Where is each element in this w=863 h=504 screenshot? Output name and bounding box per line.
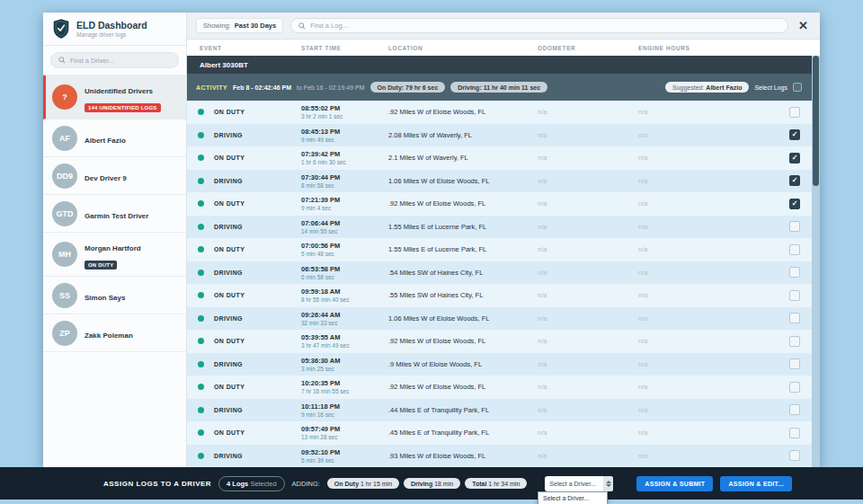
log-location: .92 Miles W of Eloise Woods, FL xyxy=(388,199,538,208)
timeline-cell xyxy=(187,338,214,344)
driver-name: Dev Driver 9 xyxy=(85,174,127,182)
log-checkbox[interactable] xyxy=(789,382,800,393)
driver-select[interactable]: Select a Driver... xyxy=(545,476,613,491)
search-icon xyxy=(298,22,306,30)
log-start-time: 09:26:44 AM 32 min 33 sec xyxy=(301,311,388,326)
assign-edit-button[interactable]: ASSIGN & EDIT... xyxy=(720,476,792,491)
log-odometer: n/a xyxy=(538,223,638,231)
scrollbar-thumb[interactable] xyxy=(813,56,819,186)
log-search-box[interactable] xyxy=(290,18,788,33)
assign-footer-title: ASSIGN LOGS TO A DRIVER xyxy=(103,480,211,488)
suggested-driver-pill[interactable]: Suggested: Albert Fazio xyxy=(665,82,749,93)
driver-list-item[interactable]: ZP Zakk Poleman xyxy=(43,314,186,352)
log-start-time: 08:45:13 PM 9 min 49 sec xyxy=(301,128,388,143)
log-checkbox[interactable] xyxy=(789,107,800,118)
driver-avatar: GTD xyxy=(52,201,77,226)
driver-list-item[interactable]: DD9 Dev Driver 9 xyxy=(43,157,186,195)
log-start-time: 07:21:39 PM 9 min 4 sec xyxy=(301,196,388,211)
timeline-dot-icon xyxy=(198,453,204,459)
log-engine-hours: n/a xyxy=(638,429,789,437)
activity-summary-bar: ACTIVITY Feb 8 - 02:42:46 PM to Feb 16 -… xyxy=(187,74,820,101)
log-odometer: n/a xyxy=(538,291,638,299)
timeline-dot-icon xyxy=(198,109,204,115)
log-panel: Showing: Past 30 Days ✕ EVENT START TIME… xyxy=(187,13,820,467)
log-checkbox[interactable] xyxy=(789,153,800,164)
driver-list-item[interactable]: GTD Garmin Test Driver xyxy=(43,195,186,233)
driver-text: Simon Says xyxy=(85,287,125,304)
log-checkbox[interactable] xyxy=(789,199,800,209)
date-range-dropdown[interactable]: Showing: Past 30 Days xyxy=(196,18,283,33)
log-search-input[interactable] xyxy=(310,22,780,30)
driver-list-item[interactable]: MH Morgan Hartford ON DUTY xyxy=(43,233,186,277)
driver-name: Simon Says xyxy=(85,294,125,302)
driver-select-open-option[interactable]: Select a Driver... xyxy=(538,491,608,504)
timeline-cell xyxy=(187,429,214,436)
on-duty-total-pill: On Duty: 79 hr 6 sec xyxy=(370,82,446,93)
log-event: ON DUTY xyxy=(214,384,301,390)
close-icon[interactable]: ✕ xyxy=(796,20,811,31)
log-odometer: n/a xyxy=(538,154,638,162)
log-event: DRIVING xyxy=(214,270,301,276)
showing-value: Past 30 Days xyxy=(235,22,276,30)
driver-search-box[interactable] xyxy=(50,52,179,68)
log-event: DRIVING xyxy=(214,361,301,367)
driver-text: Unidentified Drivers 144 UNIDENTIFIED LO… xyxy=(85,81,161,113)
log-checkbox[interactable] xyxy=(789,267,800,278)
log-event: ON DUTY xyxy=(214,338,301,344)
driver-avatar: AF xyxy=(52,126,77,151)
driver-search-input[interactable] xyxy=(70,57,171,65)
log-time: 06:53:58 PM xyxy=(301,265,388,273)
driver-status-badge: ON DUTY xyxy=(85,261,117,270)
driver-text: Albert Fazio xyxy=(85,130,126,146)
log-event: ON DUTY xyxy=(214,200,301,207)
shield-logo-icon xyxy=(52,18,70,40)
assign-submit-button[interactable]: ASSIGN & SUBMIT xyxy=(636,476,713,491)
driver-avatar: DD9 xyxy=(52,164,77,189)
on-duty-label: On Duty: xyxy=(378,84,405,91)
log-odometer: n/a xyxy=(538,131,638,139)
log-checkbox[interactable] xyxy=(789,428,800,438)
log-start-time: 07:06:44 PM 14 min 55 sec xyxy=(301,219,388,234)
log-checkbox[interactable] xyxy=(789,244,800,255)
timeline-dot-icon xyxy=(198,178,204,184)
log-start-time: 09:57:49 PM 13 min 28 sec xyxy=(301,425,388,440)
timeline-cell xyxy=(187,292,214,298)
timeline-dot-icon xyxy=(198,429,204,436)
log-checkbox[interactable] xyxy=(789,336,800,347)
log-checkbox[interactable] xyxy=(789,129,800,140)
log-start-time: 05:36:30 AM 3 min 25 sec xyxy=(301,357,388,372)
timeline-cell xyxy=(187,315,214,322)
log-checkbox[interactable] xyxy=(789,313,800,323)
suggested-driver-name: Albert Fazio xyxy=(706,84,742,91)
column-start-time: START TIME xyxy=(301,45,388,51)
log-checkbox[interactable] xyxy=(789,175,800,186)
log-engine-hours: n/a xyxy=(638,223,789,231)
suggested-label: Suggested: xyxy=(672,84,704,91)
select-all-logs-checkbox[interactable] xyxy=(793,83,802,92)
log-checkbox[interactable] xyxy=(789,221,800,232)
driver-list-item[interactable]: SS Simon Says xyxy=(43,277,186,314)
assign-footer-bar: ASSIGN LOGS TO A DRIVER 4 Logs Selected … xyxy=(0,467,863,500)
log-engine-hours: n/a xyxy=(638,291,789,299)
log-odometer: n/a xyxy=(538,406,638,414)
driver-list-item[interactable]: ? Unidentified Drivers 144 UNIDENTIFIED … xyxy=(43,75,186,119)
log-odometer: n/a xyxy=(538,199,638,208)
driver-name: Garmin Test Driver xyxy=(85,212,148,220)
log-checkbox[interactable] xyxy=(789,404,800,415)
log-duration: 1 hr 6 min 30 sec xyxy=(301,159,388,165)
log-event: ON DUTY xyxy=(214,246,301,252)
driver-list-item[interactable]: AF Albert Fazio xyxy=(43,119,186,157)
log-event: ON DUTY xyxy=(214,155,301,161)
log-checkbox[interactable] xyxy=(789,290,800,301)
log-row: ON DUTY 07:21:39 PM 9 min 4 sec .92 Mile… xyxy=(187,192,820,216)
selected-logs-label: Selected xyxy=(250,480,276,488)
log-checkbox[interactable] xyxy=(789,450,800,461)
log-location: 2.1 Miles W of Waverly, FL xyxy=(388,154,538,162)
vertical-scrollbar[interactable] xyxy=(812,56,820,467)
log-location: .92 Miles W of Eloise Woods, FL xyxy=(388,108,538,116)
column-odometer: ODOMETER xyxy=(538,45,638,51)
driver-list: ? Unidentified Drivers 144 UNIDENTIFIED … xyxy=(43,75,186,352)
selected-logs-pill: 4 Logs Selected xyxy=(218,476,284,491)
log-checkbox[interactable] xyxy=(789,358,800,369)
timeline-dot-icon xyxy=(198,200,204,207)
